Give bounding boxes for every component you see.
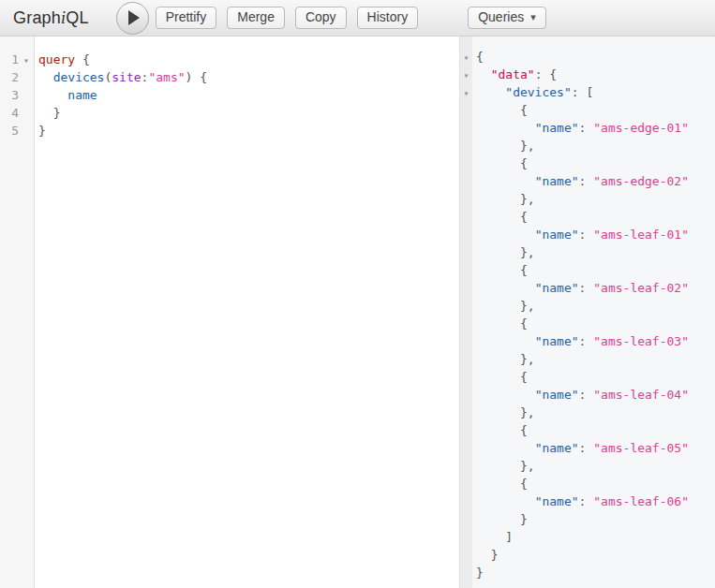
- code-line: {: [460, 368, 715, 386]
- code-text: },: [472, 137, 535, 154]
- code-text: {: [472, 261, 528, 279]
- code-line: "name": "ams-leaf-03": [460, 332, 715, 350]
- code-text: },: [472, 350, 535, 368]
- code-line: ▾ "data": {: [460, 66, 715, 83]
- code-line: {: [460, 101, 715, 119]
- play-icon: [128, 10, 140, 25]
- code-text: ]: [472, 528, 513, 546]
- code-line: }: [460, 546, 715, 564]
- code-line: {: [460, 261, 715, 279]
- code-text: {: [472, 368, 528, 386]
- queries-dropdown-button[interactable]: Queries ▾: [468, 7, 546, 29]
- code-line: "name": "ams-edge-02": [460, 172, 715, 190]
- code-line: },: [460, 350, 715, 368]
- fold-arrow-icon[interactable]: ▾: [460, 49, 472, 66]
- code-text: }: [34, 104, 60, 122]
- toolbar-button-prettify[interactable]: Prettify: [156, 7, 217, 29]
- code-text: },: [472, 457, 535, 475]
- fold-arrow-icon[interactable]: ▾: [460, 84, 472, 102]
- code-line: "name": "ams-leaf-04": [460, 386, 715, 404]
- code-line[interactable]: 4 }: [0, 104, 459, 122]
- code-text: "data": {: [472, 66, 557, 83]
- code-line: "name": "ams-edge-01": [460, 119, 715, 137]
- code-text: }: [34, 122, 46, 140]
- code-line[interactable]: 2 devices(site:"ams") {: [0, 68, 459, 86]
- code-text: },: [472, 297, 535, 315]
- code-line[interactable]: 1▾query {: [0, 51, 459, 68]
- code-text: },: [472, 243, 535, 261]
- code-line: {: [460, 421, 715, 439]
- execute-query-button[interactable]: [116, 2, 149, 35]
- code-line: {: [460, 208, 715, 226]
- code-text: }: [472, 546, 498, 564]
- toolbar-button-copy[interactable]: Copy: [295, 7, 347, 29]
- code-line[interactable]: 3 name: [0, 86, 459, 104]
- code-text: }: [472, 564, 484, 581]
- fold-arrow-icon[interactable]: ▾: [460, 66, 472, 84]
- code-text: "name": "ams-leaf-04": [472, 386, 689, 404]
- code-line: },: [460, 137, 715, 154]
- code-line[interactable]: 5}: [0, 122, 459, 140]
- code-text: "name": "ams-leaf-03": [472, 332, 689, 350]
- code-line: {: [460, 315, 715, 332]
- line-number: 1: [0, 51, 19, 68]
- code-text: {: [472, 154, 528, 172]
- line-number: 2: [0, 68, 19, 86]
- code-line: {: [460, 154, 715, 172]
- code-line: "name": "ams-leaf-06": [460, 492, 715, 510]
- code-line: },: [460, 190, 715, 208]
- code-text: "name": "ams-leaf-02": [472, 279, 689, 297]
- code-line: }: [460, 564, 715, 581]
- code-text: },: [472, 190, 535, 208]
- logo-text: Graph: [13, 8, 61, 27]
- code-line: }: [460, 510, 715, 528]
- toolbar-button-merge[interactable]: Merge: [227, 7, 285, 29]
- code-text: {: [472, 101, 528, 119]
- code-text: {: [472, 315, 528, 332]
- code-text: {: [472, 475, 528, 492]
- toolbar-button-history[interactable]: History: [357, 7, 419, 29]
- code-text: "name": "ams-leaf-05": [472, 439, 689, 457]
- code-line: ▾ "devices": [: [460, 83, 715, 101]
- graphiql-window: GraphiQL PrettifyMergeCopyHistory Querie…: [0, 0, 715, 588]
- code-text: },: [472, 404, 535, 421]
- code-line: },: [460, 243, 715, 261]
- code-line: "name": "ams-leaf-02": [460, 279, 715, 297]
- code-text: {: [472, 421, 528, 439]
- code-text: "name": "ams-leaf-06": [472, 492, 689, 510]
- code-text: "name": "ams-leaf-01": [472, 226, 689, 243]
- code-text: name: [34, 86, 97, 104]
- graphiql-logo: GraphiQL: [13, 8, 89, 28]
- code-line: {: [460, 475, 715, 492]
- code-text: "devices": [: [472, 83, 593, 101]
- query-editor-code: 1▾query {2 devices(site:"ams") {3 name4 …: [0, 37, 459, 140]
- result-viewer-code: ▾{▾ "data": {▾ "devices": [ { "name": "a…: [460, 37, 715, 581]
- code-text: "name": "ams-edge-01": [472, 119, 689, 137]
- editor-split: 1▾query {2 devices(site:"ams") {3 name4 …: [0, 37, 715, 588]
- query-editor-pane[interactable]: 1▾query {2 devices(site:"ams") {3 name4 …: [0, 37, 459, 588]
- code-line: "name": "ams-leaf-01": [460, 226, 715, 243]
- toolbar-button-group: PrettifyMergeCopyHistory: [156, 7, 429, 29]
- code-text: {: [472, 208, 528, 226]
- line-number: 3: [0, 86, 19, 104]
- chevron-down-icon: ▾: [530, 12, 536, 22]
- code-line: ]: [460, 528, 715, 546]
- code-text: }: [472, 510, 528, 528]
- code-text: devices(site:"ams") {: [34, 68, 207, 86]
- line-number: 5: [0, 122, 19, 140]
- code-text: {: [472, 48, 484, 66]
- toolbar: GraphiQL PrettifyMergeCopyHistory Querie…: [0, 0, 715, 37]
- result-pane[interactable]: ▾{▾ "data": {▾ "devices": [ { "name": "a…: [459, 37, 715, 588]
- code-line: },: [460, 457, 715, 475]
- code-text: "name": "ams-edge-02": [472, 172, 689, 190]
- code-line: ▾{: [460, 48, 715, 66]
- code-line: },: [460, 297, 715, 315]
- line-number: 4: [0, 104, 19, 122]
- fold-arrow-icon[interactable]: ▾: [19, 51, 34, 69]
- code-line: "name": "ams-leaf-05": [460, 439, 715, 457]
- code-line: },: [460, 404, 715, 421]
- queries-dropdown-label: Queries: [478, 9, 524, 24]
- logo-text: QL: [66, 8, 88, 27]
- code-text: query {: [34, 51, 90, 68]
